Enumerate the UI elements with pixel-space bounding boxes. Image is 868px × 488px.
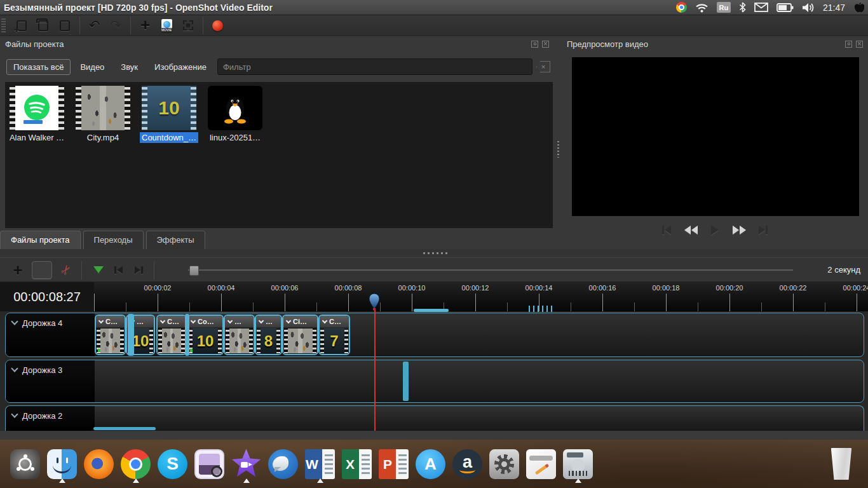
ruler-ticks — [94, 292, 868, 311]
word-icon[interactable] — [305, 445, 335, 482]
city-frame — [288, 329, 313, 353]
fast-forward-button[interactable] — [729, 222, 749, 238]
ruler-timestamp: 00:00:16 — [589, 284, 616, 292]
chevron-down-icon — [11, 410, 18, 417]
text-editor-icon[interactable] — [526, 445, 556, 482]
rewind-button[interactable] — [681, 222, 700, 238]
apple-icon[interactable] — [853, 1, 864, 14]
project-files-panel: Файлы проекта Показать всё Видео Звук Из… — [0, 36, 554, 257]
close-panel-icon[interactable] — [856, 41, 863, 48]
track-label[interactable]: Дорожка 2 — [6, 406, 95, 431]
panel-tab[interactable]: Эффекты — [146, 231, 205, 250]
panel-tab[interactable]: Переходы — [83, 231, 144, 250]
vertical-splitter[interactable] — [554, 36, 562, 257]
amazon-icon[interactable] — [452, 445, 482, 482]
imovie-icon[interactable] — [231, 445, 261, 482]
playhead-handle[interactable] — [369, 293, 380, 313]
open-project-button[interactable] — [32, 17, 54, 34]
jump-to-end-button[interactable] — [754, 222, 773, 238]
filter-input[interactable] — [217, 58, 532, 75]
ruler-timestamp: 00:00:08 — [335, 284, 362, 292]
view-filter-button[interactable]: Видео — [73, 59, 111, 75]
powerpoint-icon[interactable] — [379, 445, 409, 482]
close-panel-icon[interactable] — [542, 41, 549, 48]
view-filter-button[interactable]: Показать всё — [6, 59, 71, 75]
firefox-icon[interactable] — [84, 445, 114, 482]
clip-edge[interactable] — [93, 427, 156, 430]
app-store-icon[interactable] — [416, 445, 445, 482]
file-item[interactable]: Alan Walker … — [9, 86, 65, 142]
keyboard-layout-indicator[interactable]: Ru — [717, 2, 731, 13]
timeline-clip[interactable]: C… — [95, 315, 126, 355]
view-filter-button[interactable]: Изображение — [147, 59, 214, 75]
project-files-titlebar[interactable]: Файлы проекта — [0, 36, 554, 51]
hard-drive-icon[interactable] — [563, 445, 593, 482]
trash-icon[interactable] — [830, 448, 853, 480]
clear-filter-icon[interactable]: × — [536, 61, 550, 72]
timeline-clip[interactable]: … — [224, 315, 255, 355]
image-viewer-icon[interactable] — [194, 445, 224, 482]
razor-button[interactable] — [56, 261, 76, 279]
eagle-browser-icon[interactable] — [268, 445, 298, 482]
video-preview-screen[interactable] — [572, 57, 859, 216]
video-preview-titlebar[interactable]: Предпросмотр видео — [562, 36, 868, 51]
ubuntu-dash-icon[interactable] — [10, 445, 40, 482]
timeline-clip[interactable]: Co… 10 — [187, 315, 224, 355]
snapping-button[interactable] — [32, 261, 52, 279]
file-item[interactable]: City.mp4 — [75, 86, 131, 142]
battery-icon[interactable] — [776, 3, 794, 12]
volume-icon[interactable] — [802, 3, 815, 13]
timeline-clip[interactable]: C… 7 — [318, 315, 350, 355]
system-preferences-icon[interactable] — [489, 445, 519, 482]
excel-icon[interactable] — [342, 445, 372, 482]
timeline-ruler[interactable]: 00:00:02 00:00:04 00:00:06 00:00:08 00:0… — [94, 282, 868, 311]
previous-marker-button[interactable] — [108, 261, 128, 279]
clip-thumbnail — [158, 328, 186, 354]
skype-icon[interactable] — [158, 445, 187, 482]
file-item[interactable]: 10 Countdown_… — [141, 86, 197, 142]
system-tray: Ru 21:47 — [676, 1, 864, 14]
track-label[interactable]: Дорожка 4 — [6, 313, 95, 356]
next-marker-button[interactable] — [128, 261, 149, 279]
file-item[interactable]: linux-20251… — [207, 86, 263, 142]
transition-marker[interactable] — [128, 314, 134, 356]
new-project-button[interactable] — [11, 17, 32, 34]
float-panel-icon[interactable] — [845, 41, 852, 48]
record-button[interactable] — [203, 17, 228, 34]
thin-clip[interactable] — [403, 362, 409, 401]
add-marker-button[interactable] — [81, 261, 108, 279]
zoom-in-button[interactable] — [154, 261, 180, 279]
timeline-clip[interactable]: … 8 — [255, 315, 282, 355]
filmstrip-edge — [158, 329, 162, 353]
timeline-clip[interactable]: C… — [156, 315, 187, 355]
bluetooth-icon[interactable] — [739, 2, 746, 13]
import-files-button[interactable] — [130, 17, 156, 34]
fullscreen-button[interactable] — [177, 17, 199, 34]
finder-icon[interactable] — [47, 445, 77, 482]
chrome-tray-icon[interactable] — [676, 2, 687, 13]
panel-tab[interactable]: Файлы проекта — [0, 231, 81, 250]
wifi-icon[interactable] — [695, 3, 709, 13]
undo-button[interactable] — [79, 17, 105, 34]
video-preview-panel: Предпросмотр видео — [562, 36, 868, 257]
save-project-button[interactable] — [54, 17, 76, 34]
chrome-icon[interactable] — [121, 445, 151, 482]
view-filter-button[interactable]: Звук — [114, 59, 145, 75]
clip-label: … — [137, 318, 144, 325]
track-label[interactable]: Дорожка 3 — [6, 360, 95, 402]
jump-to-start-button[interactable] — [657, 222, 676, 238]
zoom-out-button[interactable] — [801, 261, 821, 279]
timeline-toolbar-buttons — [8, 261, 821, 279]
horizontal-splitter[interactable] — [0, 249, 868, 257]
timeline-clip[interactable]: Ci… — [282, 315, 318, 355]
clock[interactable]: 21:47 — [823, 3, 845, 13]
mail-icon[interactable] — [754, 3, 768, 12]
toolbar-grip[interactable] — [1, 18, 6, 32]
transition-marker[interactable] — [185, 314, 189, 356]
export-video-button[interactable] — [156, 17, 177, 34]
play-button[interactable] — [705, 222, 724, 238]
redo-button[interactable] — [105, 17, 126, 34]
zoom-slider-button[interactable] — [188, 261, 793, 279]
float-panel-icon[interactable] — [531, 41, 538, 48]
add-track-button[interactable] — [8, 261, 28, 279]
